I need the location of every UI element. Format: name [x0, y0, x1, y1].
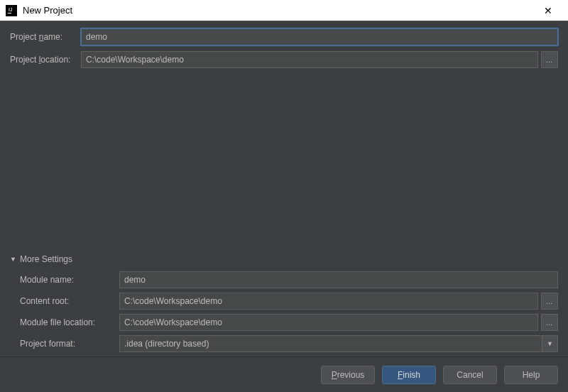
project-name-row: Project name: [10, 28, 558, 45]
app-icon: IJ [6, 5, 17, 16]
project-format-row: Project format: .idea (directory based) … [20, 335, 558, 352]
project-location-row: Project location: … [10, 51, 558, 68]
svg-rect-1 [8, 13, 11, 13]
window-title: New Project [23, 5, 534, 16]
cancel-button[interactable]: Cancel [443, 366, 497, 384]
previous-button[interactable]: Previous [321, 366, 375, 384]
close-icon[interactable]: ✕ [534, 5, 562, 16]
project-format-select[interactable]: .idea (directory based) ▼ [119, 335, 558, 352]
module-file-location-input[interactable] [119, 314, 538, 331]
project-name-input[interactable] [81, 28, 558, 45]
content-root-label: Content root: [20, 296, 119, 306]
module-name-row: Module name: [20, 271, 558, 288]
finish-button[interactable]: Finish [382, 366, 436, 384]
button-bar: Previous Finish Cancel Help [0, 356, 568, 392]
browse-content-root-button[interactable]: … [541, 293, 558, 310]
project-name-label: Project name: [10, 32, 81, 42]
project-location-input[interactable] [81, 51, 538, 68]
project-location-label: Project location: [10, 55, 81, 65]
dropdown-arrow-icon: ▼ [542, 335, 558, 352]
content-root-row: Content root: … [20, 293, 558, 310]
titlebar: IJ New Project ✕ [0, 0, 568, 21]
chevron-down-icon: ▼ [10, 256, 18, 263]
more-settings-toggle[interactable]: ▼ More Settings [10, 254, 558, 264]
module-name-input[interactable] [119, 271, 558, 288]
project-format-value: .idea (directory based) [119, 335, 542, 352]
dialog-content: Project name: Project location: … ▼ More… [0, 21, 568, 356]
more-settings-label: More Settings [20, 254, 72, 264]
more-settings-body: Module name: Content root: … Module file… [10, 271, 558, 356]
browse-location-button[interactable]: … [541, 51, 558, 68]
content-root-input[interactable] [119, 293, 538, 310]
module-file-location-label: Module file location: [20, 317, 119, 327]
project-format-label: Project format: [20, 339, 119, 349]
browse-module-file-button[interactable]: … [541, 314, 558, 331]
spacer [10, 74, 558, 254]
svg-text:IJ: IJ [9, 7, 12, 12]
module-file-location-row: Module file location: … [20, 314, 558, 331]
help-button[interactable]: Help [504, 366, 558, 384]
module-name-label: Module name: [20, 275, 119, 285]
